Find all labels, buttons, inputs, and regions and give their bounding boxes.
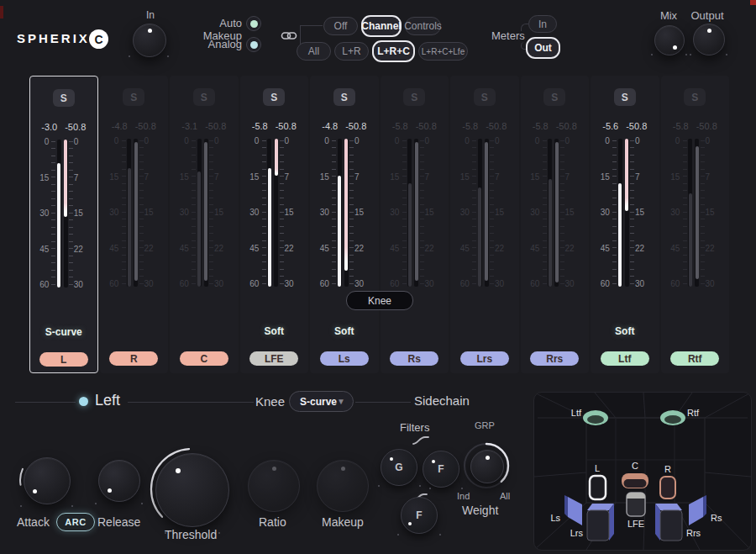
knee-label: Knee [255,394,285,409]
channel-pill[interactable]: Ltf [601,351,649,366]
gr-scale: 015304560 [664,140,680,283]
weight-knob[interactable] [470,450,504,483]
link-group-all-button[interactable]: All [297,42,331,61]
gr-scale: 015304560 [314,140,329,283]
gain-reduction-value: -5.8 [533,121,549,131]
output-knob[interactable] [693,24,725,55]
channel-strip[interactable]: S -4.8 -50.8 015304560 07152230 Soft Ls [310,76,379,373]
sidechain-gain-knob[interactable]: G [381,449,417,486]
channel-pill[interactable]: Ls [320,351,369,366]
arc-button[interactable]: ARC [56,513,95,531]
auto-makeup-toggle[interactable] [246,16,261,31]
gr-scale: 015304560 [595,140,610,283]
channel-strip[interactable]: S -5.8 -50.8 015304560 07152230 Lrs [450,76,519,373]
speaker-ls[interactable] [564,495,582,525]
channel-strip[interactable]: S -5.6 -50.8 015304560 07152230 Soft Ltf [591,76,659,373]
weight-grp-label: GRP [475,420,495,430]
analog-toggle[interactable] [246,37,261,52]
gain-reduction-value: -5.8 [462,121,478,131]
room-visualization: Ltf Rtf L C R [533,392,752,551]
meters-in-button[interactable]: In [528,15,557,33]
channel-strip[interactable]: S -4.8 -50.8 015304560 07152230 R [100,76,169,373]
meter-readouts: -5.6 -50.8 [591,121,659,131]
threshold-knob[interactable] [155,453,229,527]
channel-pill[interactable]: LFE [249,351,298,366]
solo-button[interactable]: S [333,88,355,106]
speaker-r[interactable] [660,477,675,499]
link-group-lr-button[interactable]: L+R [334,42,369,61]
solo-button[interactable]: S [474,88,496,106]
solo-button[interactable]: S [123,88,144,106]
link-mode-channel-button[interactable]: Channel [361,15,402,37]
speaker-label-r: R [664,464,671,474]
link-group-lrclfe-button[interactable]: L+R+C+Lfe [418,42,468,61]
level-scale: 07152230 [284,140,301,283]
speaker-lfe[interactable] [627,493,645,516]
channel-strips: S -3.0 -50.8 015304560 07152230 S-curve … [29,76,729,373]
solo-button[interactable]: S [543,88,565,106]
screen-artifact [0,6,3,18]
channel-strip[interactable]: S -5.8 -50.8 015304560 07152230 Rrs [521,76,590,373]
channel-pill[interactable]: Rrs [530,351,579,366]
channel-strip[interactable]: S -5.8 -50.8 015304560 07152230 Rtf [661,76,730,373]
level-value: -50.8 [486,121,507,131]
channel-pill[interactable]: Rtf [670,351,719,366]
speaker-c[interactable] [622,473,648,488]
gain-reduction-value: -5.8 [392,121,408,131]
channel-pill[interactable]: Lrs [460,351,509,366]
knee-mode-label: S-curve [30,326,97,338]
link-mode-off-button[interactable]: Off [323,17,358,35]
speaker-lrs[interactable] [587,504,614,541]
mix-knob[interactable] [654,25,685,55]
gr-scale: 015304560 [524,140,539,283]
channel-pill[interactable]: C [180,351,228,366]
link-group-lrc-button[interactable]: L+R+C [372,40,415,62]
channel-pill[interactable]: R [109,351,158,366]
channel-strip[interactable]: S -3.0 -50.8 015304560 07152230 S-curve … [29,76,98,373]
speaker-rrs[interactable] [655,504,682,541]
channel-meter: 015304560 07152230 [591,140,659,283]
solo-button[interactable]: S [53,89,75,107]
link-mode-controls-button[interactable]: Controls [405,17,441,35]
makeup-knob[interactable] [317,460,369,512]
speaker-rtf[interactable] [660,410,685,425]
gr-scale: 015304560 [244,140,259,283]
channel-strip[interactable]: S -3.1 -50.8 015304560 07152230 C [170,76,239,373]
channel-pill[interactable]: L [39,352,88,367]
sidechain-freq-mid-knob[interactable]: F [423,451,459,488]
makeup-label: Makeup [322,515,364,529]
level-scale: 07152230 [495,140,512,283]
level-scale: 07152230 [635,140,652,283]
channel-strip[interactable]: S -5.8 -50.8 015304560 07152230 Rs [381,76,449,373]
speaker-ltf[interactable] [583,410,608,425]
meters-out-button[interactable]: Out [526,37,560,59]
gain-reduction-value: -5.8 [252,121,268,131]
meter-readouts: -5.8 -50.8 [661,121,730,131]
gr-scale: 015304560 [174,140,189,283]
channel-meter: 015304560 07152230 [521,140,590,283]
gain-reduction-bar [268,168,271,287]
solo-button[interactable]: S [403,88,425,106]
channel-pill[interactable]: Rs [390,351,438,366]
knee-select[interactable]: S-curve ▼ [289,391,354,412]
speaker-label-rtf: Rtf [687,408,700,418]
level-value: -50.8 [345,121,366,131]
input-gain-knob[interactable] [133,24,166,57]
attack-knob[interactable] [24,457,71,504]
weight-ind-label: Ind [457,491,470,501]
solo-button[interactable]: S [684,88,706,106]
solo-button[interactable]: S [193,88,215,106]
gain-reduction-bar [618,183,622,287]
attack-label: Attack [17,515,50,529]
solo-button[interactable]: S [614,88,636,106]
level-scale: 07152230 [144,140,160,283]
ratio-knob[interactable] [248,460,300,512]
release-knob[interactable] [98,460,140,502]
channel-strip[interactable]: S -5.8 -50.8 015304560 07152230 Soft LFE [240,76,309,373]
speaker-l[interactable] [590,476,606,499]
sidechain-freq-low-knob[interactable]: F [401,497,438,534]
speaker-rs[interactable] [689,495,706,525]
level-bar [555,142,559,282]
solo-button[interactable]: S [263,88,285,106]
mix-label: Mix [654,9,683,22]
